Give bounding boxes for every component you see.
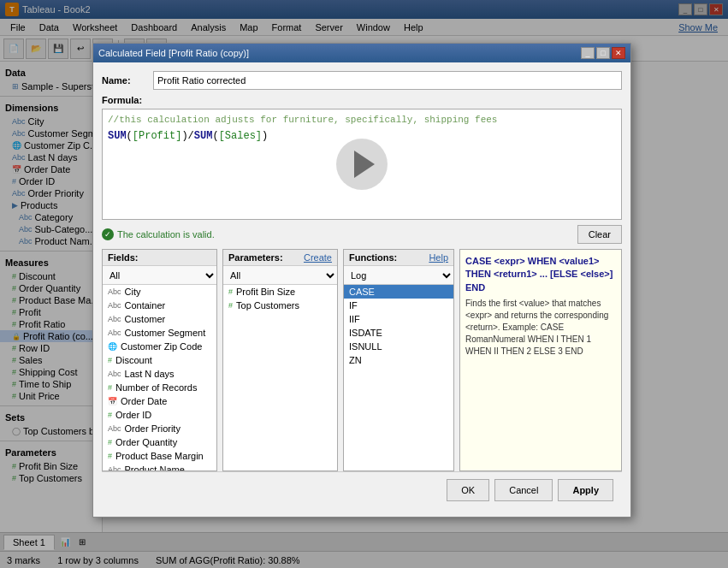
field-customer-segment[interactable]: Abc Customer Segment: [103, 326, 216, 340]
func-zn[interactable]: ZN: [344, 353, 453, 367]
field-customer-zip[interactable]: 🌐 Customer Zip Code: [103, 340, 216, 353]
play-button[interactable]: [336, 139, 388, 190]
dialog-titlebar: Calculated Field [Profit Ratio (copy)] _…: [93, 44, 630, 62]
func-iif[interactable]: IIF: [344, 312, 453, 326]
hash-icon: #: [228, 287, 233, 296]
params-dropdown[interactable]: All Parameters: [223, 266, 337, 285]
help-panel: CASE <expr> WHEN <value1> THEN <return1>…: [459, 249, 622, 471]
field-name: Order Quantity: [115, 437, 177, 447]
dialog-footer: OK Cancel Apply: [102, 471, 622, 508]
main-window: T Tableau - Book2 _ □ ✕ File Data Worksh…: [0, 0, 728, 568]
field-name: Customer Segment: [125, 328, 206, 338]
field-name: Order ID: [115, 410, 151, 420]
field-order-date[interactable]: 📅 Order Date: [103, 394, 216, 408]
paren1: (: [127, 130, 133, 142]
field-discount[interactable]: # Discount: [103, 353, 216, 367]
geo-icon: 🌐: [108, 342, 117, 351]
param-name: Top Customers: [236, 300, 299, 311]
field-customer[interactable]: Abc Customer: [103, 312, 216, 326]
hash-icon: #: [108, 356, 112, 364]
sum-func1: SUM: [108, 130, 127, 142]
field-name: Customer Zip Code: [121, 341, 202, 352]
field-num-records[interactable]: # Number of Records: [103, 381, 216, 394]
paren4: ): [262, 130, 268, 142]
validation-ok: ✓ The calculation is valid.: [102, 228, 215, 240]
field-container[interactable]: Abc Container: [103, 299, 216, 312]
dialog-close-btn[interactable]: ✕: [612, 47, 625, 59]
abc-icon: Abc: [108, 287, 121, 296]
create-link[interactable]: Create: [304, 252, 332, 263]
ok-button[interactable]: OK: [447, 479, 489, 501]
name-input[interactable]: [153, 71, 622, 90]
field-order-priority[interactable]: Abc Order Priority: [103, 422, 216, 435]
name-label: Name:: [102, 75, 153, 86]
field-name: Order Priority: [125, 423, 181, 434]
abc-icon: Abc: [108, 370, 121, 378]
func-case[interactable]: CASE: [344, 285, 453, 299]
hash-icon: #: [228, 301, 233, 310]
field-name: Order Date: [121, 396, 167, 406]
field-order-qty[interactable]: # Order Quantity: [103, 435, 216, 449]
abc-icon: Abc: [108, 424, 121, 433]
clear-button[interactable]: Clear: [577, 225, 622, 244]
fields-dropdown[interactable]: All Dimensions Measures: [103, 266, 216, 285]
param-top-customers[interactable]: # Top Customers: [223, 299, 337, 312]
field-name: Product Base Margin: [115, 451, 204, 461]
sum-func2: SUM: [194, 130, 213, 142]
formula-label: Formula:: [102, 95, 622, 105]
field-name: City: [125, 287, 141, 297]
func-name: ISNULL: [349, 341, 382, 352]
paren2: )/: [181, 130, 193, 142]
abc-icon: Abc: [108, 328, 121, 337]
panels-row: Fields: All Dimensions Measures Abc City: [102, 249, 622, 471]
param-name: Profit Bin Size: [236, 287, 295, 297]
check-icon: ✓: [102, 228, 114, 240]
func-if[interactable]: IF: [344, 299, 453, 312]
fields-list: Abc City Abc Container Abc Customer Ab: [103, 285, 216, 470]
paren3: (: [212, 130, 218, 142]
help-body: Finds the first <value> that matches <ex…: [465, 298, 616, 358]
help-title: CASE <expr> WHEN <value1> THEN <return1>…: [465, 255, 616, 294]
param-profit-bin[interactable]: # Profit Bin Size: [223, 285, 337, 299]
field-order-id[interactable]: # Order ID: [103, 408, 216, 422]
func-isdate[interactable]: ISDATE: [344, 326, 453, 340]
help-link[interactable]: Help: [429, 252, 448, 263]
fields-panel-header: Fields:: [103, 250, 216, 266]
params-list: # Profit Bin Size # Top Customers: [223, 285, 337, 470]
field-name: Container: [125, 300, 166, 311]
field-last-n-days[interactable]: Abc Last N days: [103, 367, 216, 381]
functions-panel-header: Functions: Help: [344, 250, 453, 266]
dialog-min-btn[interactable]: _: [581, 47, 595, 59]
abc-icon: Abc: [108, 315, 121, 323]
field-name: Customer: [125, 314, 166, 324]
functions-dropdown[interactable]: All Number String Date Logical Aggregate…: [344, 266, 453, 285]
func-isnull[interactable]: ISNULL: [344, 340, 453, 353]
play-triangle-icon: [354, 151, 375, 178]
formula-comment: //this calculation adjusts for furniture…: [108, 115, 616, 125]
fields-label: Fields:: [108, 252, 138, 263]
date-icon: 📅: [108, 397, 117, 405]
profit-field: [Profit]: [133, 130, 182, 142]
abc-icon: Abc: [108, 465, 121, 470]
field-product-base[interactable]: # Product Base Margin: [103, 449, 216, 463]
field-name: Last N days: [125, 369, 175, 379]
func-name: ZN: [349, 355, 362, 365]
functions-panel: Functions: Help All Number String Date L…: [343, 249, 454, 471]
apply-button[interactable]: Apply: [558, 479, 613, 501]
name-row: Name:: [102, 71, 622, 90]
abc-icon: Abc: [108, 301, 121, 310]
hash-icon: #: [108, 452, 112, 460]
field-city[interactable]: Abc City: [103, 285, 216, 299]
functions-label: Functions:: [349, 252, 397, 263]
cancel-button[interactable]: Cancel: [494, 479, 553, 501]
validation-row: ✓ The calculation is valid. Clear: [102, 225, 622, 244]
help-content: CASE <expr> WHEN <value1> THEN <return1>…: [460, 250, 621, 363]
dialog-max-btn[interactable]: □: [596, 47, 610, 59]
params-panel-header: Parameters: Create: [223, 250, 337, 266]
params-label: Parameters:: [228, 252, 283, 263]
functions-list: CASE IF IIF ISDATE ISNULL: [344, 285, 453, 470]
field-product-name[interactable]: Abc Product Name: [103, 463, 216, 470]
formula-area[interactable]: //this calculation adjusts for furniture…: [102, 109, 622, 220]
sales-field: [Sales]: [219, 130, 262, 142]
fields-panel: Fields: All Dimensions Measures Abc City: [102, 249, 217, 471]
